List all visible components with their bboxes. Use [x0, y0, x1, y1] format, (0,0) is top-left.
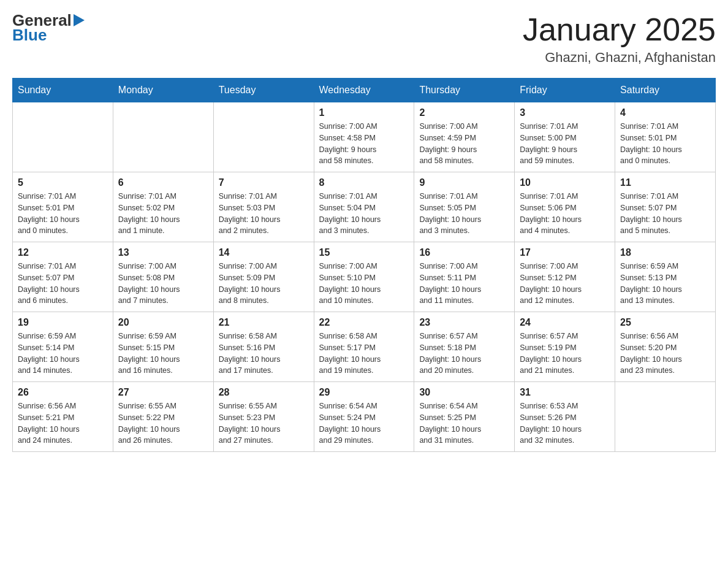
- day-number: 29: [319, 387, 409, 398]
- day-info: Sunrise: 6:59 AMSunset: 5:13 PMDaylight:…: [620, 261, 710, 307]
- weekday-header-sunday: Sunday: [13, 79, 113, 102]
- day-info: Sunrise: 6:55 AMSunset: 5:23 PMDaylight:…: [219, 400, 309, 446]
- page-header: General Blue January 2025 Ghazni, Ghazni…: [12, 12, 716, 66]
- calendar-day-5: 5Sunrise: 7:01 AMSunset: 5:01 PMDaylight…: [13, 172, 113, 242]
- day-info: Sunrise: 7:00 AMSunset: 5:09 PMDaylight:…: [219, 261, 309, 307]
- day-number: 2: [419, 107, 509, 118]
- day-info: Sunrise: 7:01 AMSunset: 5:01 PMDaylight:…: [18, 191, 108, 237]
- day-number: 6: [118, 177, 208, 188]
- day-number: 13: [118, 247, 208, 258]
- calendar-day-8: 8Sunrise: 7:01 AMSunset: 5:04 PMDaylight…: [314, 172, 414, 242]
- day-info: Sunrise: 6:54 AMSunset: 5:24 PMDaylight:…: [319, 400, 409, 446]
- calendar-header: SundayMondayTuesdayWednesdayThursdayFrid…: [13, 79, 716, 102]
- weekday-header-wednesday: Wednesday: [314, 79, 414, 102]
- day-info: Sunrise: 6:54 AMSunset: 5:25 PMDaylight:…: [419, 400, 509, 446]
- day-number: 28: [219, 387, 309, 398]
- day-number: 26: [18, 387, 108, 398]
- day-number: 23: [419, 317, 509, 328]
- calendar-day-20: 20Sunrise: 6:59 AMSunset: 5:15 PMDayligh…: [113, 312, 213, 382]
- calendar-week-5: 26Sunrise: 6:56 AMSunset: 5:21 PMDayligh…: [13, 382, 716, 452]
- day-info: Sunrise: 6:59 AMSunset: 5:15 PMDaylight:…: [118, 331, 208, 377]
- day-info: Sunrise: 6:56 AMSunset: 5:21 PMDaylight:…: [18, 400, 108, 446]
- day-info: Sunrise: 6:58 AMSunset: 5:17 PMDaylight:…: [319, 331, 409, 377]
- day-number: 5: [18, 177, 108, 188]
- day-info: Sunrise: 7:00 AMSunset: 5:08 PMDaylight:…: [118, 261, 208, 307]
- calendar-day-21: 21Sunrise: 6:58 AMSunset: 5:16 PMDayligh…: [213, 312, 314, 382]
- calendar-empty-cell: [213, 102, 314, 172]
- day-info: Sunrise: 7:01 AMSunset: 5:04 PMDaylight:…: [319, 191, 409, 237]
- day-number: 16: [419, 247, 509, 258]
- logo-arrow-icon: [74, 14, 85, 26]
- day-info: Sunrise: 7:00 AMSunset: 4:59 PMDaylight:…: [419, 121, 509, 167]
- weekday-header-thursday: Thursday: [414, 79, 515, 102]
- day-info: Sunrise: 6:55 AMSunset: 5:22 PMDaylight:…: [118, 400, 208, 446]
- weekday-header-friday: Friday: [515, 79, 615, 102]
- day-info: Sunrise: 7:01 AMSunset: 5:01 PMDaylight:…: [620, 121, 710, 167]
- calendar-day-16: 16Sunrise: 7:00 AMSunset: 5:11 PMDayligh…: [414, 242, 515, 312]
- calendar-week-3: 12Sunrise: 7:01 AMSunset: 5:07 PMDayligh…: [13, 242, 716, 312]
- day-info: Sunrise: 6:53 AMSunset: 5:26 PMDaylight:…: [520, 400, 610, 446]
- calendar-title: January 2025: [523, 12, 716, 47]
- weekday-header-saturday: Saturday: [615, 79, 716, 102]
- day-number: 19: [18, 317, 108, 328]
- day-info: Sunrise: 6:59 AMSunset: 5:14 PMDaylight:…: [18, 331, 108, 377]
- calendar-empty-cell: [113, 102, 213, 172]
- day-number: 24: [520, 317, 610, 328]
- day-info: Sunrise: 7:01 AMSunset: 5:07 PMDaylight:…: [18, 261, 108, 307]
- calendar-day-2: 2Sunrise: 7:00 AMSunset: 4:59 PMDaylight…: [414, 102, 515, 172]
- day-number: 10: [520, 177, 610, 188]
- calendar-week-1: 1Sunrise: 7:00 AMSunset: 4:58 PMDaylight…: [13, 102, 716, 172]
- calendar-day-6: 6Sunrise: 7:01 AMSunset: 5:02 PMDaylight…: [113, 172, 213, 242]
- day-number: 20: [118, 317, 208, 328]
- day-info: Sunrise: 7:00 AMSunset: 4:58 PMDaylight:…: [319, 121, 409, 167]
- day-info: Sunrise: 6:57 AMSunset: 5:18 PMDaylight:…: [419, 331, 509, 377]
- calendar-day-30: 30Sunrise: 6:54 AMSunset: 5:25 PMDayligh…: [414, 382, 515, 452]
- day-number: 30: [419, 387, 509, 398]
- day-number: 11: [620, 177, 710, 188]
- calendar-body: 1Sunrise: 7:00 AMSunset: 4:58 PMDaylight…: [13, 102, 716, 452]
- calendar-empty-cell: [13, 102, 113, 172]
- calendar-day-24: 24Sunrise: 6:57 AMSunset: 5:19 PMDayligh…: [515, 312, 615, 382]
- calendar-day-31: 31Sunrise: 6:53 AMSunset: 5:26 PMDayligh…: [515, 382, 615, 452]
- day-number: 1: [319, 107, 409, 118]
- day-info: Sunrise: 7:01 AMSunset: 5:05 PMDaylight:…: [419, 191, 509, 237]
- calendar-week-2: 5Sunrise: 7:01 AMSunset: 5:01 PMDaylight…: [13, 172, 716, 242]
- calendar-subtitle: Ghazni, Ghazni, Afghanistan: [523, 50, 716, 66]
- calendar-day-19: 19Sunrise: 6:59 AMSunset: 5:14 PMDayligh…: [13, 312, 113, 382]
- calendar-day-28: 28Sunrise: 6:55 AMSunset: 5:23 PMDayligh…: [213, 382, 314, 452]
- calendar-day-7: 7Sunrise: 7:01 AMSunset: 5:03 PMDaylight…: [213, 172, 314, 242]
- day-number: 12: [18, 247, 108, 258]
- calendar-day-10: 10Sunrise: 7:01 AMSunset: 5:06 PMDayligh…: [515, 172, 615, 242]
- calendar-day-17: 17Sunrise: 7:00 AMSunset: 5:12 PMDayligh…: [515, 242, 615, 312]
- day-number: 15: [319, 247, 409, 258]
- calendar-day-4: 4Sunrise: 7:01 AMSunset: 5:01 PMDaylight…: [615, 102, 716, 172]
- day-info: Sunrise: 6:57 AMSunset: 5:19 PMDaylight:…: [520, 331, 610, 377]
- calendar-day-13: 13Sunrise: 7:00 AMSunset: 5:08 PMDayligh…: [113, 242, 213, 312]
- day-number: 8: [319, 177, 409, 188]
- calendar-day-15: 15Sunrise: 7:00 AMSunset: 5:10 PMDayligh…: [314, 242, 414, 312]
- calendar-day-1: 1Sunrise: 7:00 AMSunset: 4:58 PMDaylight…: [314, 102, 414, 172]
- weekday-header-row: SundayMondayTuesdayWednesdayThursdayFrid…: [13, 79, 716, 102]
- calendar-day-18: 18Sunrise: 6:59 AMSunset: 5:13 PMDayligh…: [615, 242, 716, 312]
- calendar-week-4: 19Sunrise: 6:59 AMSunset: 5:14 PMDayligh…: [13, 312, 716, 382]
- day-number: 14: [219, 247, 309, 258]
- day-info: Sunrise: 7:00 AMSunset: 5:10 PMDaylight:…: [319, 261, 409, 307]
- calendar-day-25: 25Sunrise: 6:56 AMSunset: 5:20 PMDayligh…: [615, 312, 716, 382]
- day-info: Sunrise: 7:01 AMSunset: 5:00 PMDaylight:…: [520, 121, 610, 167]
- calendar-day-14: 14Sunrise: 7:00 AMSunset: 5:09 PMDayligh…: [213, 242, 314, 312]
- day-info: Sunrise: 7:01 AMSunset: 5:07 PMDaylight:…: [620, 191, 710, 237]
- day-number: 18: [620, 247, 710, 258]
- day-number: 31: [520, 387, 610, 398]
- day-number: 21: [219, 317, 309, 328]
- calendar-day-22: 22Sunrise: 6:58 AMSunset: 5:17 PMDayligh…: [314, 312, 414, 382]
- day-info: Sunrise: 7:00 AMSunset: 5:11 PMDaylight:…: [419, 261, 509, 307]
- day-number: 4: [620, 107, 710, 118]
- calendar-day-11: 11Sunrise: 7:01 AMSunset: 5:07 PMDayligh…: [615, 172, 716, 242]
- day-number: 17: [520, 247, 610, 258]
- day-info: Sunrise: 6:56 AMSunset: 5:20 PMDaylight:…: [620, 331, 710, 377]
- day-number: 9: [419, 177, 509, 188]
- calendar-day-23: 23Sunrise: 6:57 AMSunset: 5:18 PMDayligh…: [414, 312, 515, 382]
- day-number: 22: [319, 317, 409, 328]
- logo-blue-text: Blue: [12, 27, 47, 43]
- calendar-day-3: 3Sunrise: 7:01 AMSunset: 5:00 PMDaylight…: [515, 102, 615, 172]
